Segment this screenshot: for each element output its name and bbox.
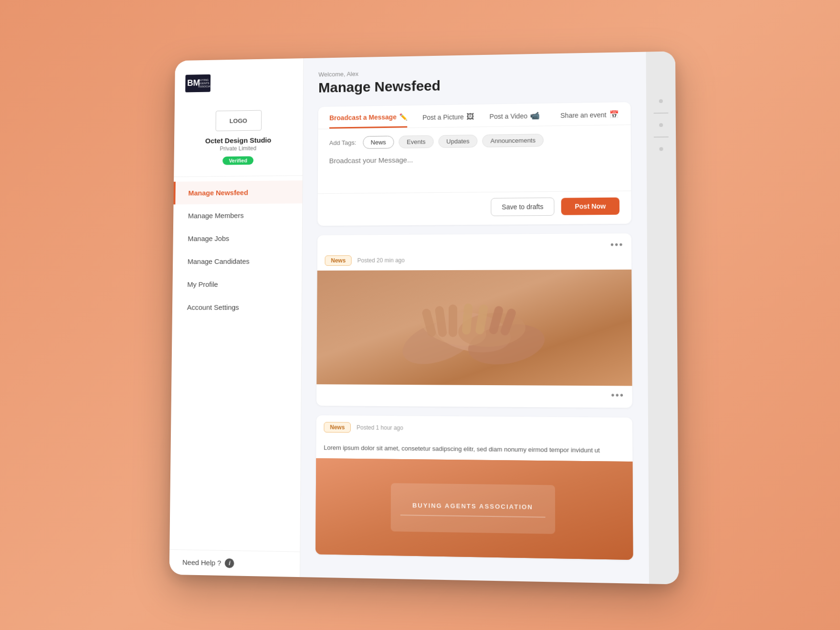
broadcast-message-tab[interactable]: Broadcast a Message ✏️ (329, 113, 407, 129)
share-event-tab[interactable]: Share an event 📅 (560, 110, 619, 126)
video-icon: 📹 (530, 111, 540, 120)
info-icon: i (225, 558, 234, 567)
brand-logo-icon: BM BUYING AGENTS ASSOCIATION (184, 74, 211, 93)
post-buttons-row: Save to drafts Post Now (317, 190, 631, 226)
feed-item-1-header: ••• (317, 233, 631, 255)
sidebar-item-manage-newsfeed[interactable]: Manage Newsfeed (174, 180, 303, 204)
post-actions-bar: Broadcast a Message ✏️ Post a Picture 🖼 … (318, 102, 631, 129)
sidebar: BM BUYING AGENTS ASSOCIATION LOGO Octet … (169, 58, 304, 577)
profile-logo-box: LOGO (215, 110, 262, 131)
feed-item-2-image: BUYING AGENTS ASSOCIATION (315, 458, 633, 559)
feed-item-1-footer: ••• (316, 384, 632, 408)
svg-text:BUYING AGENTS ASSOCIATION: BUYING AGENTS ASSOCIATION (412, 501, 533, 510)
tags-row: Add Tags: News Events Updates Announceme… (318, 125, 631, 149)
sidebar-item-label: Manage Newsfeed (188, 189, 248, 197)
panel-decoration (659, 147, 663, 151)
main-content: Welcome, Alex Manage Newsfeed Broadcast … (300, 52, 649, 583)
add-tags-label: Add Tags: (329, 139, 357, 146)
svg-text:BUYING: BUYING (198, 78, 209, 81)
tag-updates[interactable]: Updates (438, 135, 477, 148)
panel-decoration (654, 136, 669, 137)
calendar-icon: 📅 (609, 110, 619, 119)
sidebar-item-label: Manage Jobs (188, 234, 229, 242)
post-picture-tab[interactable]: Post a Picture 🖼 (422, 112, 474, 127)
help-item[interactable]: Need Help ? i (169, 549, 300, 577)
feed-item-2-tag: News (324, 422, 351, 433)
company-subtitle: Private Limited (220, 145, 257, 152)
sidebar-item-label: Manage Members (188, 211, 244, 220)
broadcast-tab-label: Broadcast a Message (329, 113, 397, 122)
sidebar-profile: LOGO Octet Design Studio Private Limited… (174, 100, 303, 177)
feed-item-1-meta: News Posted 20 min ago (317, 254, 631, 271)
feed-item-1-time: Posted 20 min ago (357, 257, 405, 263)
company-name: Octet Design Studio (205, 136, 271, 145)
feed-item-2: News Posted 1 hour ago Lorem ipsum dolor… (315, 415, 633, 559)
sidebar-item-my-profile[interactable]: My Profile (172, 273, 302, 296)
tag-news[interactable]: News (363, 136, 394, 148)
right-panel (646, 51, 679, 584)
help-label: Need Help ? (182, 558, 221, 567)
logo-text: LOGO (230, 117, 247, 124)
tag-events[interactable]: Events (399, 135, 433, 148)
edit-icon: ✏️ (399, 113, 408, 121)
post-video-tab[interactable]: Post a Video 📹 (490, 111, 540, 126)
picture-icon: 🖼 (467, 112, 474, 121)
feed-item-1-footer-more[interactable]: ••• (611, 389, 624, 401)
sidebar-item-label: My Profile (187, 280, 218, 288)
feed-item-1-more-button[interactable]: ••• (610, 239, 624, 250)
sidebar-nav: Manage Newsfeed Manage Members Manage Jo… (169, 180, 302, 551)
svg-rect-13 (449, 304, 457, 337)
sidebar-item-manage-members[interactable]: Manage Members (173, 203, 302, 227)
tag-announcements[interactable]: Announcements (483, 134, 544, 147)
sidebar-item-manage-jobs[interactable]: Manage Jobs (173, 226, 302, 250)
save-drafts-button[interactable]: Save to drafts (491, 198, 555, 216)
message-textarea[interactable] (318, 146, 631, 191)
verified-badge: Verified (222, 156, 254, 165)
logo-area: BM BUYING AGENTS ASSOCIATION (175, 67, 303, 102)
page-title: Manage Newsfeed (318, 74, 630, 96)
feed-item-2-meta: News Posted 1 hour ago (316, 415, 633, 440)
sidebar-item-manage-candidates[interactable]: Manage Candidates (173, 249, 302, 273)
post-picture-label: Post a Picture (422, 113, 464, 121)
feed-item-1-tag: News (325, 255, 352, 266)
post-video-label: Post a Video (490, 112, 527, 120)
feed-item-2-time: Posted 1 hour ago (357, 424, 403, 431)
svg-text:ASSOCIATION: ASSOCIATION (198, 85, 210, 88)
feed-item-1-image (316, 270, 632, 386)
panel-decoration (659, 123, 663, 127)
share-event-label: Share an event (560, 111, 606, 119)
sidebar-item-label: Account Settings (187, 303, 239, 311)
post-now-button[interactable]: Post Now (561, 197, 620, 215)
feed-item-2-text: Lorem ipsum dolor sit amet, consetetur s… (316, 437, 632, 462)
sidebar-item-label: Manage Candidates (188, 257, 250, 265)
panel-decoration (659, 99, 663, 103)
post-compose-area: Broadcast a Message ✏️ Post a Picture 🖼 … (317, 102, 631, 226)
panel-decoration (654, 112, 669, 113)
feed-item-1: ••• News Posted 20 min ago (316, 233, 632, 408)
sidebar-item-account-settings[interactable]: Account Settings (172, 295, 302, 319)
svg-text:AGENTS: AGENTS (198, 82, 210, 84)
